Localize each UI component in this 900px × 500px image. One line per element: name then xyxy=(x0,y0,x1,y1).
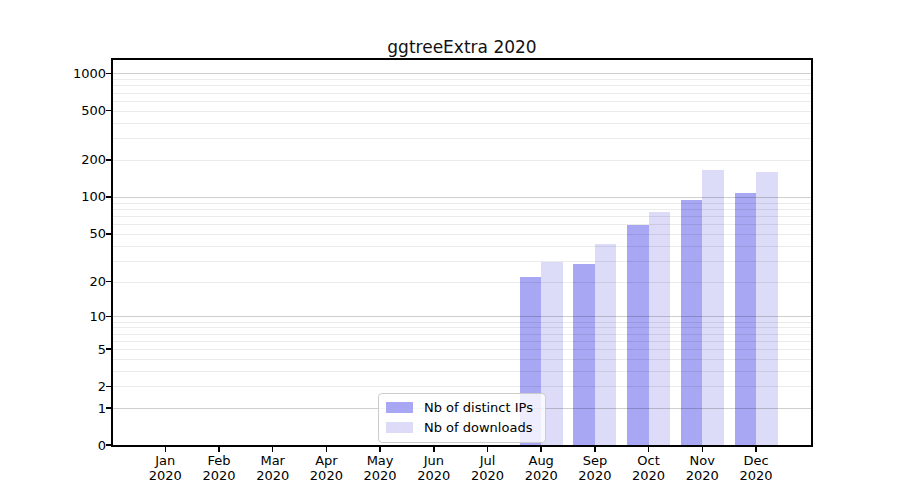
plot-area: Nb of distinct IPs Nb of downloads xyxy=(111,58,813,447)
gridline-minor-4 xyxy=(113,359,811,360)
x-tick-mark-jun xyxy=(433,447,435,452)
x-tick-mark-aug xyxy=(540,447,542,452)
legend-swatch-distinct-ips xyxy=(386,402,413,413)
y-tick-label-200: 200 xyxy=(46,152,106,167)
gridline-major-100 xyxy=(113,197,811,198)
x-tick-label-apr: Apr2020 xyxy=(298,453,354,483)
x-tick-mark-nov xyxy=(702,447,704,452)
figure: ggtreeExtra 2020 Nb of distinct IPs Nb o… xyxy=(0,0,900,500)
x-tick-label-feb: Feb2020 xyxy=(191,453,247,483)
bar-downloads-oct xyxy=(649,212,671,445)
y-tick-mark-20 xyxy=(106,281,111,283)
y-tick-label-50: 50 xyxy=(46,226,106,241)
gridline-minor-800 xyxy=(113,85,811,86)
gridline-minor-70 xyxy=(113,216,811,217)
y-tick-mark-10 xyxy=(106,316,111,318)
y-tick-mark-2 xyxy=(106,386,111,388)
x-tick-mark-jul xyxy=(487,447,489,452)
y-tick-mark-0 xyxy=(106,444,111,446)
y-tick-mark-5 xyxy=(106,348,111,350)
legend-swatch-downloads xyxy=(386,422,413,433)
x-tick-label-mar: Mar2020 xyxy=(245,453,301,483)
gridline-minor-200 xyxy=(113,160,811,161)
x-tick-mark-oct xyxy=(648,447,650,452)
gridline-minor-9 xyxy=(113,322,811,323)
gridline-major-10 xyxy=(113,316,811,317)
y-tick-mark-200 xyxy=(106,159,111,161)
x-tick-mark-apr xyxy=(326,447,328,452)
y-tick-mark-50 xyxy=(106,233,111,235)
x-tick-mark-dec xyxy=(755,447,757,452)
gridline-minor-6 xyxy=(113,341,811,342)
y-tick-mark-1 xyxy=(106,407,111,409)
gridline-minor-60 xyxy=(113,224,811,225)
gridline-minor-3 xyxy=(113,371,811,372)
x-tick-label-jul: Jul2020 xyxy=(460,453,516,483)
y-tick-label-2: 2 xyxy=(46,379,106,394)
gridline-minor-40 xyxy=(113,246,811,247)
gridline-minor-80 xyxy=(113,209,811,210)
legend-item-downloads: Nb of downloads xyxy=(386,419,539,436)
y-tick-label-20: 20 xyxy=(46,274,106,289)
x-tick-label-oct: Oct2020 xyxy=(621,453,677,483)
bar-distinct-ips-nov xyxy=(681,200,703,445)
gridline-minor-700 xyxy=(113,93,811,94)
chart-title: ggtreeExtra 2020 xyxy=(113,36,811,58)
bar-downloads-dec xyxy=(756,172,778,445)
x-tick-mark-jan xyxy=(165,447,167,452)
x-tick-label-aug: Aug2020 xyxy=(513,453,569,483)
x-tick-mark-sep xyxy=(594,447,596,452)
gridline-minor-300 xyxy=(113,138,811,139)
gridline-minor-400 xyxy=(113,123,811,124)
y-tick-mark-500 xyxy=(106,110,111,112)
bar-distinct-ips-dec xyxy=(735,193,757,445)
x-tick-label-nov: Nov2020 xyxy=(674,453,730,483)
x-tick-label-jun: Jun2020 xyxy=(406,453,462,483)
legend-label-downloads: Nb of downloads xyxy=(424,419,532,436)
y-tick-label-100: 100 xyxy=(46,189,106,204)
bar-distinct-ips-sep xyxy=(573,264,595,445)
y-tick-label-500: 500 xyxy=(46,103,106,118)
x-tick-label-jan: Jan2020 xyxy=(137,453,193,483)
legend-item-distinct-ips: Nb of distinct IPs xyxy=(386,399,539,416)
y-tick-label-5: 5 xyxy=(46,342,106,357)
y-tick-mark-100 xyxy=(106,196,111,198)
gridline-minor-600 xyxy=(113,101,811,102)
gridline-minor-50 xyxy=(113,234,811,235)
gridline-minor-500 xyxy=(113,111,811,112)
bar-downloads-sep xyxy=(595,244,617,445)
y-tick-mark-1000 xyxy=(106,73,111,75)
gridline-minor-30 xyxy=(113,261,811,262)
gridlines-layer xyxy=(113,60,811,445)
x-tick-label-sep: Sep2020 xyxy=(567,453,623,483)
gridline-major-1000 xyxy=(113,73,811,74)
gridline-minor-900 xyxy=(113,79,811,80)
y-tick-label-1000: 1000 xyxy=(46,66,106,81)
gridline-minor-5 xyxy=(113,349,811,350)
gridline-minor-8 xyxy=(113,327,811,328)
x-tick-mark-may xyxy=(379,447,381,452)
bar-downloads-nov xyxy=(702,170,724,445)
gridline-minor-7 xyxy=(113,334,811,335)
legend: Nb of distinct IPs Nb of downloads xyxy=(378,393,546,443)
x-tick-mark-mar xyxy=(272,447,274,452)
gridline-minor-20 xyxy=(113,282,811,283)
bars-layer xyxy=(113,60,811,445)
gridline-minor-90 xyxy=(113,203,811,204)
y-tick-label-10: 10 xyxy=(46,309,106,324)
bar-distinct-ips-oct xyxy=(627,225,649,445)
x-tick-label-dec: Dec2020 xyxy=(728,453,784,483)
legend-label-distinct-ips: Nb of distinct IPs xyxy=(424,399,533,416)
x-tick-label-may: May2020 xyxy=(352,453,408,483)
x-tick-mark-feb xyxy=(218,447,220,452)
y-tick-label-1: 1 xyxy=(46,401,106,416)
y-tick-label-0: 0 xyxy=(46,438,106,453)
gridline-minor-2 xyxy=(113,386,811,387)
